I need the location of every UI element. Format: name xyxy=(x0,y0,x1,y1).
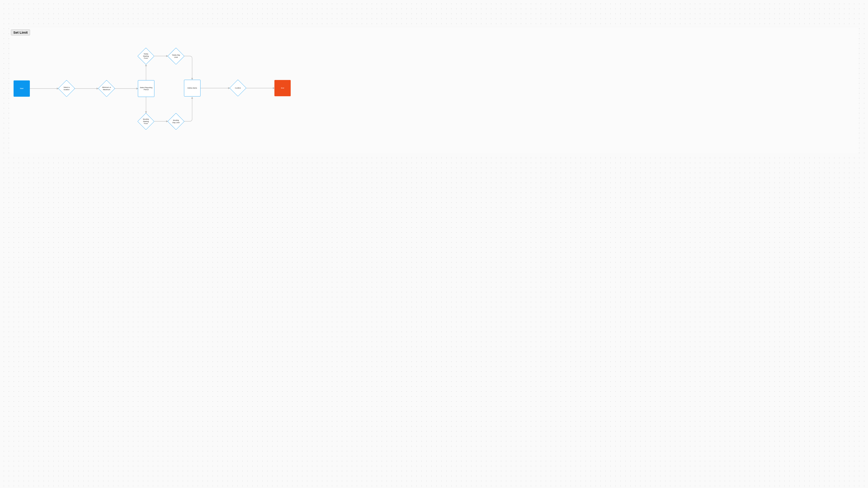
node-label: Yearly Starting From xyxy=(140,53,152,59)
node-reporting-period[interactable]: Select Reporting Period xyxy=(138,80,154,97)
node-label: Yearly Day Limit xyxy=(170,54,182,58)
edge xyxy=(184,97,192,121)
flow-area: Start Select a location Minimum or Maxim… xyxy=(9,27,859,154)
node-label: Monthly Starting From xyxy=(140,118,152,125)
node-confirm[interactable]: Confirm xyxy=(232,82,244,94)
node-select-location[interactable]: Select a location xyxy=(61,83,72,94)
node-label: Confirm xyxy=(234,87,242,89)
node-monthly-from[interactable]: Monthly Starting From xyxy=(140,116,152,127)
node-label: Select Reporting Period xyxy=(138,87,154,91)
node-label: Define Alerts xyxy=(186,87,198,89)
node-start[interactable]: Start xyxy=(13,80,30,97)
node-label: Minimum or Maximum xyxy=(101,86,113,91)
node-label: Select a location xyxy=(61,86,72,91)
node-yearly-limit[interactable]: Yearly Day Limit xyxy=(170,50,182,62)
edges-layer xyxy=(9,27,859,154)
node-min-max[interactable]: Minimum or Maximum xyxy=(101,83,113,94)
node-monthly-limit[interactable]: Monthly Day Limit xyxy=(170,116,182,127)
node-label: Monthly Day Limit xyxy=(170,119,182,124)
node-label: Start xyxy=(19,88,25,90)
edge xyxy=(184,56,192,79)
diagram-panel: Set Limit xyxy=(9,27,859,154)
node-define-alerts[interactable]: Define Alerts xyxy=(184,80,200,96)
node-end[interactable]: End xyxy=(274,80,291,96)
node-yearly-from[interactable]: Yearly Starting From xyxy=(140,50,152,62)
node-label: End xyxy=(280,87,285,89)
